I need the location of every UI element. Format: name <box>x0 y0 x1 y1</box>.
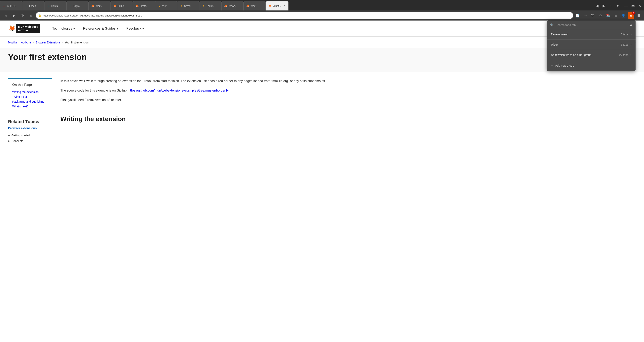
forward-button[interactable]: ▶ <box>10 12 18 19</box>
maximize-button[interactable]: ▭ <box>630 3 636 9</box>
tab-groups-settings-button[interactable]: ⚙ <box>630 23 632 27</box>
tab-favicon-firefox: 🦊 <box>136 4 139 8</box>
tab-label-your-first: Your fi... <box>273 5 282 8</box>
breadcrumb-addons[interactable]: Add-ons <box>21 41 32 44</box>
related-topic-label-getting-started: Getting started <box>12 134 30 137</box>
mdn-logo-line1: MDN web docs <box>18 25 38 28</box>
breadcrumb-mozilla[interactable]: Mozilla <box>8 41 17 44</box>
page-title: Your first extension <box>8 52 636 62</box>
library-button[interactable]: 📚 <box>605 12 612 19</box>
tab-group-name-0: Development <box>551 33 621 36</box>
tab-favicon-lernen: 🦊 <box>113 4 116 8</box>
github-link[interactable]: https://github.com/mdn/webextensions-exa… <box>128 89 228 92</box>
tab-label-multi: Multi <box>162 5 174 8</box>
nav-references[interactable]: References & Guides ▾ <box>83 26 118 30</box>
tab-group-arrow-1: › <box>630 43 632 46</box>
tab-label-therm: Therm. <box>206 5 219 8</box>
browser-chrome: S SPIEGL S Leben S Hamb. S Digita. 🦊 Web… <box>0 0 644 20</box>
breadcrumb-browser-extensions[interactable]: Browser Extensions <box>36 41 60 44</box>
toc-trying-it-out[interactable]: Trying it out <box>12 94 48 99</box>
tab-group-item-2[interactable]: Stuff which fits to no other group 27 ta… <box>547 50 636 60</box>
tab-multi[interactable]: ★ Multi <box>155 1 177 10</box>
tab-lernen[interactable]: 🦊 Lerne. <box>111 1 133 10</box>
tab-label-what: What <box>250 5 263 8</box>
tab-group-name-1: Misc+ <box>551 43 621 46</box>
tab-group-item-1[interactable]: Misc+ 5 tabs › <box>547 40 636 50</box>
related-topic-label-concepts: Concepts <box>12 140 23 143</box>
lock-icon: 🔒 <box>38 14 41 17</box>
tab-groups-dropdown: 🔍 ⚙ Development 5 tabs › Misc+ 5 tabs › … <box>547 20 636 71</box>
related-topic-getting-started[interactable]: ▶ Getting started <box>8 132 52 138</box>
tab-label-browse: Brows. <box>228 5 241 8</box>
article-intro-1: In this article we'll walk through creat… <box>60 78 636 84</box>
new-tab-button[interactable]: ＋ <box>608 3 614 9</box>
tab-favicon-webtech: 🦊 <box>91 4 94 8</box>
tab-groups-badge: 3 <box>632 12 635 15</box>
tab-label-leben: Leben <box>29 5 42 8</box>
tab-label-creative: Creati. <box>184 5 196 8</box>
back-button[interactable]: ◀ <box>2 12 9 19</box>
related-topics-title: Related Topics <box>8 119 52 124</box>
plus-icon: + <box>551 63 553 68</box>
toc-whats-next[interactable]: What's next? <box>12 104 48 109</box>
tab-what[interactable]: 🦊 What <box>244 1 266 10</box>
tab-digital[interactable]: S Digita. <box>66 1 88 10</box>
on-this-page-title: On this Page <box>12 83 48 87</box>
tab-list-button[interactable]: ▾ <box>614 3 621 9</box>
tab-scroll-left[interactable]: ◀ <box>594 3 600 9</box>
tab-therm[interactable]: ★ Therm. <box>199 1 222 10</box>
nav-technologies[interactable]: Technologies ▾ <box>52 26 75 30</box>
overflow-menu-button[interactable]: ⋯ <box>582 12 588 19</box>
nav-feedback[interactable]: Feedback ▾ <box>126 26 144 30</box>
tab-browse[interactable]: 🦊 Brows. <box>222 1 244 10</box>
article-section-title: Writing the extension <box>60 115 636 123</box>
tab-creative[interactable]: ★ Creati. <box>177 1 199 10</box>
shield-icon[interactable]: 🛡 <box>590 12 596 19</box>
toc-writing-extension[interactable]: Writing the extension <box>12 90 48 94</box>
minimize-button[interactable]: — <box>623 3 629 9</box>
tab-leben[interactable]: S Leben <box>22 1 44 10</box>
arrow-icon-getting-started: ▶ <box>8 134 10 137</box>
tab-firefox[interactable]: 🦊 Firefo. <box>133 1 155 10</box>
tab-your-first[interactable]: 🦊 Your fi... ✕ <box>266 1 288 10</box>
tab-webtech[interactable]: 🦊 Webt. <box>88 1 111 10</box>
tab-search-bar: 🔍 ⚙ <box>547 20 636 29</box>
main-layout: On this Page Writing the extension Tryin… <box>0 72 644 150</box>
tab-label-spiegel: SPIEGL <box>7 5 20 8</box>
toc-packaging[interactable]: Packaging and publishing <box>12 99 48 104</box>
browser-extensions-link[interactable]: Browser extensions <box>8 126 52 130</box>
mdn-logo[interactable]: 🦊 MDN web docs moz://a <box>8 24 40 33</box>
tab-bar-actions: ◀ ▶ ＋ ▾ <box>593 1 622 10</box>
tab-groups-button[interactable]: ⊞ 3 <box>628 12 634 19</box>
close-window-button[interactable]: ✕ <box>637 3 643 9</box>
tab-close-your-first[interactable]: ✕ <box>283 4 286 8</box>
bookmark-button[interactable]: ☆ <box>597 12 604 19</box>
window-controls: — ▭ ✕ <box>622 1 644 10</box>
tab-label-lernen: Lerne. <box>118 5 130 8</box>
reload-button[interactable]: ↻ <box>19 12 26 19</box>
breadcrumb-sep-3: › <box>62 41 63 44</box>
hamburger-menu-button[interactable]: ☰ <box>636 12 642 19</box>
tab-label-firefox: Firefo. <box>140 5 152 8</box>
sidebar-button[interactable]: ▭ <box>612 12 619 19</box>
account-button[interactable]: 👤 <box>620 12 627 19</box>
home-button[interactable]: ⌂ <box>27 12 34 19</box>
add-new-group-button[interactable]: + Add new group <box>547 60 636 71</box>
nav-bar-right: 📄 ⋯ 🛡 ☆ 📚 ▭ 👤 ⊞ 3 ☰ <box>574 12 642 19</box>
reader-mode-button[interactable]: 📄 <box>574 12 581 19</box>
tab-group-item-0[interactable]: Development 5 tabs › <box>547 29 636 40</box>
tab-group-count-2: 27 tabs <box>619 53 628 56</box>
tab-group-arrow-0: › <box>630 32 632 36</box>
tab-spiegel[interactable]: S SPIEGL <box>0 1 22 10</box>
arrow-icon-concepts: ▶ <box>8 140 10 142</box>
address-bar[interactable]: 🔒 https://developer.mozilla.org/en-US/do… <box>36 12 573 19</box>
mdn-logo-line2: moz://a <box>18 28 38 32</box>
tab-hamburg[interactable]: S Hamb. <box>44 1 66 10</box>
related-topic-concepts[interactable]: ▶ Concepts <box>8 138 52 144</box>
tab-scroll-right[interactable]: ▶ <box>601 3 607 9</box>
sidebar: On this Page Writing the extension Tryin… <box>8 78 52 144</box>
article-github-suffix: . <box>230 89 230 92</box>
article-divider <box>60 109 636 109</box>
tab-search-input[interactable] <box>556 23 628 26</box>
article-content: In this article we'll walk through creat… <box>60 78 636 144</box>
